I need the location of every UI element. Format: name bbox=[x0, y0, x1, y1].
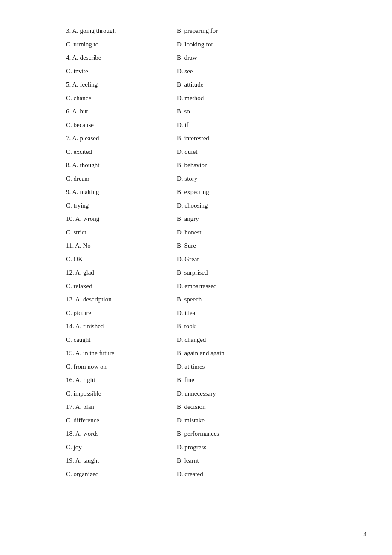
option-c: C. difference bbox=[66, 415, 177, 426]
question-row-cd: C. excitedD. quiet bbox=[66, 147, 358, 158]
option-c: C. dream bbox=[66, 173, 177, 185]
option-a: 6. A. but bbox=[66, 106, 177, 117]
question-group: 9. A. makingB. expectingC. tryingD. choo… bbox=[66, 187, 358, 211]
question-row-cd: C. chanceD. method bbox=[66, 93, 358, 104]
option-a: 12. A. glad bbox=[66, 267, 177, 278]
question-row-ab: 9. A. makingB. expecting bbox=[66, 187, 358, 198]
question-group: 19. A. taughtB. learntC. organizedD. cre… bbox=[66, 455, 358, 480]
option-b: B. behavior bbox=[177, 160, 358, 171]
question-row-ab: 6. A. butB. so bbox=[66, 106, 358, 117]
option-a: 4. A. describe bbox=[66, 52, 177, 64]
question-group: 5. A. feelingB. attitudeC. chanceD. meth… bbox=[66, 79, 358, 104]
option-c: C. picture bbox=[66, 308, 177, 319]
option-b: B. performances bbox=[177, 428, 358, 439]
option-c: C. strict bbox=[66, 227, 177, 238]
option-a: 5. A. feeling bbox=[66, 79, 177, 90]
question-row-cd: C. impossibleD. unnecessary bbox=[66, 388, 358, 399]
option-a: 13. A. description bbox=[66, 294, 177, 305]
question-group: 3. A. going throughB. preparing forC. tu… bbox=[66, 26, 358, 50]
option-a: 9. A. making bbox=[66, 187, 177, 198]
option-a: 3. A. going through bbox=[66, 26, 177, 37]
question-row-ab: 4. A. describeB. draw bbox=[66, 52, 358, 64]
option-d: D. idea bbox=[177, 308, 358, 319]
main-content: 3. A. going throughB. preparing forC. tu… bbox=[0, 26, 392, 480]
question-group: 8. A. thoughtB. behaviorC. dreamD. story bbox=[66, 160, 358, 184]
question-row-ab: 16. A. rightB. fine bbox=[66, 375, 358, 386]
question-group: 11. A. NoB. SureC. OKD. Great bbox=[66, 240, 358, 265]
question-group: 6. A. butB. soC. becauseD. if bbox=[66, 106, 358, 130]
question-group: 18. A. wordsB. performancesC. joyD. prog… bbox=[66, 428, 358, 453]
option-b: B. decision bbox=[177, 402, 358, 413]
question-row-ab: 12. A. gladB. surprised bbox=[66, 267, 358, 278]
question-row-ab: 7. A. pleasedB. interested bbox=[66, 133, 358, 144]
option-c: C. trying bbox=[66, 200, 177, 211]
question-row-cd: C. tryingD. choosing bbox=[66, 200, 358, 211]
option-d: D. honest bbox=[177, 227, 358, 238]
question-row-cd: C. caughtD. changed bbox=[66, 335, 358, 346]
option-b: B. fine bbox=[177, 375, 358, 386]
option-d: D. embarrassed bbox=[177, 281, 358, 292]
question-group: 14. A. finishedB. tookC. caughtD. change… bbox=[66, 321, 358, 345]
option-b: B. attitude bbox=[177, 79, 358, 90]
option-b: B. surprised bbox=[177, 267, 358, 278]
option-d: D. choosing bbox=[177, 200, 358, 211]
question-row-cd: C. OKD. Great bbox=[66, 254, 358, 265]
option-a: 15. A. in the future bbox=[66, 348, 177, 359]
option-b: B. angry bbox=[177, 214, 358, 225]
question-row-cd: C. from now onD. at times bbox=[66, 361, 358, 373]
question-group: 13. A. descriptionB. speechC. pictureD. … bbox=[66, 294, 358, 318]
option-b: B. preparing for bbox=[177, 26, 358, 37]
option-c: C. from now on bbox=[66, 361, 177, 373]
question-group: 10. A. wrongB. angryC. strictD. honest bbox=[66, 214, 358, 238]
option-c: C. excited bbox=[66, 147, 177, 158]
question-row-ab: 15. A. in the futureB. again and again bbox=[66, 348, 358, 359]
option-c: C. turning to bbox=[66, 39, 177, 50]
option-d: D. story bbox=[177, 173, 358, 185]
question-row-cd: C. becauseD. if bbox=[66, 120, 358, 131]
question-group: 16. A. rightB. fineC. impossibleD. unnec… bbox=[66, 375, 358, 399]
question-group: 7. A. pleasedB. interestedC. excitedD. q… bbox=[66, 133, 358, 157]
question-row-cd: C. strictD. honest bbox=[66, 227, 358, 238]
question-row-cd: C. turning toD. looking for bbox=[66, 39, 358, 50]
question-row-cd: C. differenceD. mistake bbox=[66, 415, 358, 426]
question-group: 4. A. describeB. drawC. inviteD. see bbox=[66, 52, 358, 77]
page-number: 4 bbox=[363, 531, 366, 538]
option-c: C. relaxed bbox=[66, 281, 177, 292]
question-group: 12. A. gladB. surprisedC. relaxedD. emba… bbox=[66, 267, 358, 292]
question-row-cd: C. inviteD. see bbox=[66, 66, 358, 77]
question-row-ab: 8. A. thoughtB. behavior bbox=[66, 160, 358, 171]
option-b: B. so bbox=[177, 106, 358, 117]
option-a: 18. A. words bbox=[66, 428, 177, 439]
option-b: B. interested bbox=[177, 133, 358, 144]
question-row-ab: 5. A. feelingB. attitude bbox=[66, 79, 358, 90]
question-row-cd: C. organizedD. created bbox=[66, 469, 358, 480]
option-d: D. progress bbox=[177, 442, 358, 453]
option-a: 16. A. right bbox=[66, 375, 177, 386]
option-d: D. Great bbox=[177, 254, 358, 265]
option-c: C. joy bbox=[66, 442, 177, 453]
option-a: 11. A. No bbox=[66, 240, 177, 251]
option-b: B. took bbox=[177, 321, 358, 332]
question-group: 15. A. in the futureB. again and againC.… bbox=[66, 348, 358, 372]
question-row-ab: 11. A. NoB. Sure bbox=[66, 240, 358, 251]
question-row-ab: 13. A. descriptionB. speech bbox=[66, 294, 358, 305]
option-c: C. invite bbox=[66, 66, 177, 77]
option-a: 7. A. pleased bbox=[66, 133, 177, 144]
option-b: B. speech bbox=[177, 294, 358, 305]
question-row-ab: 14. A. finishedB. took bbox=[66, 321, 358, 332]
option-d: D. at times bbox=[177, 361, 358, 373]
option-b: B. again and again bbox=[177, 348, 358, 359]
question-row-ab: 10. A. wrongB. angry bbox=[66, 214, 358, 225]
question-row-ab: 17. A. planB. decision bbox=[66, 402, 358, 413]
option-b: B. draw bbox=[177, 52, 358, 64]
option-c: C. OK bbox=[66, 254, 177, 265]
option-d: D. method bbox=[177, 93, 358, 104]
question-row-cd: C. dreamD. story bbox=[66, 173, 358, 185]
option-a: 8. A. thought bbox=[66, 160, 177, 171]
option-b: B. learnt bbox=[177, 455, 358, 466]
option-d: D. mistake bbox=[177, 415, 358, 426]
option-d: D. changed bbox=[177, 335, 358, 346]
option-b: B. Sure bbox=[177, 240, 358, 251]
option-d: D. see bbox=[177, 66, 358, 77]
option-d: D. looking for bbox=[177, 39, 358, 50]
